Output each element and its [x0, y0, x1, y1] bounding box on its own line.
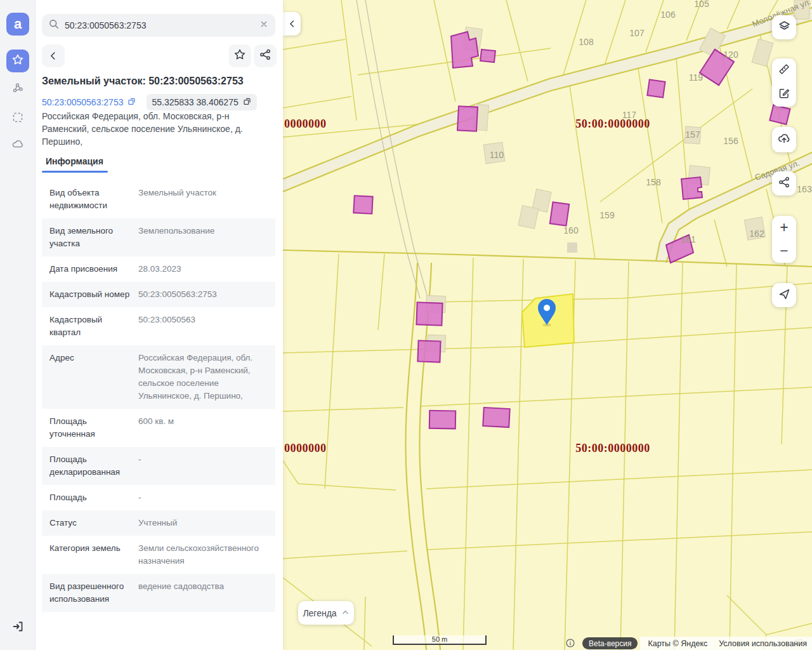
- parcel-number: 120: [723, 50, 738, 60]
- copy-icon[interactable]: [242, 96, 252, 108]
- coordinates-chip: 55.325833 38.406275: [147, 94, 256, 110]
- favorites-button[interactable]: [6, 50, 29, 72]
- yandex-copyright: Карты © Яндекс: [648, 639, 707, 648]
- app-logo[interactable]: a: [6, 13, 29, 36]
- parcel-number: 162: [749, 229, 764, 239]
- star-icon: [11, 53, 24, 69]
- search-bar: [42, 14, 275, 37]
- parcel-number: 110: [490, 150, 504, 160]
- parcel-number: 117: [622, 110, 636, 120]
- zoom-control: + −: [772, 216, 796, 263]
- table-row: СтатусУчтенный: [42, 510, 275, 536]
- details-table: Вид объекта недвижимостиЗемельный участо…: [42, 180, 275, 612]
- ruler-button[interactable]: [772, 58, 796, 83]
- object-chips: 50:23:0050563:2753 55.325833 38.406275: [42, 94, 257, 110]
- table-row: Дата присвоения28.03.2023: [42, 256, 275, 282]
- navigation-arrow-icon: [778, 288, 790, 303]
- cadastral-map-layer: [283, 0, 812, 650]
- favorite-object-button[interactable]: [228, 44, 251, 67]
- plus-icon: +: [780, 220, 788, 235]
- table-row: Вид объекта недвижимостиЗемельный участо…: [42, 180, 275, 218]
- left-rail: a: [0, 0, 36, 650]
- table-row: Вид земельного участкаЗемлепользование: [42, 218, 275, 256]
- copy-icon[interactable]: [127, 96, 136, 108]
- beta-badge: Beta-версия: [582, 637, 638, 649]
- map-scale-bar: 50 m: [393, 635, 487, 645]
- edit-icon: [778, 87, 790, 102]
- dashed-square-icon: [11, 110, 25, 127]
- tab-underline: [42, 171, 108, 173]
- parcel-number: 106: [660, 10, 675, 20]
- login-icon: [11, 620, 25, 636]
- table-row: Площадь декларированная-: [42, 447, 275, 485]
- layers-icon: [778, 20, 791, 36]
- table-row: Площадь уточненная600 кв. м: [42, 409, 275, 447]
- table-row: Кадастровый номер50:23:0050563:2753: [42, 282, 275, 307]
- area-select-button[interactable]: [6, 107, 29, 130]
- page-title: Земельный участок: 50:23:0050563:2753: [42, 76, 278, 87]
- quarter-code-label: 0000000: [284, 117, 327, 131]
- polygon-tool-button[interactable]: [6, 78, 29, 101]
- parcel-number: 157: [685, 129, 700, 140]
- object-address: Российская Федерация, обл. Московская, р…: [42, 110, 274, 148]
- quarter-code-label: 0000000: [284, 442, 327, 455]
- locate-button[interactable]: [772, 283, 796, 307]
- parcel-number: 159: [599, 210, 614, 220]
- parcel-number: 158: [646, 177, 660, 187]
- search-icon: [48, 18, 60, 32]
- edit-button[interactable]: [772, 83, 796, 107]
- share-map-button[interactable]: [772, 171, 796, 196]
- parcel-number: 119: [689, 72, 703, 83]
- collapse-panel-button[interactable]: [283, 12, 301, 36]
- parcel-number: 108: [579, 37, 593, 47]
- table-row: Кадастровый квартал50:23:0050563: [42, 307, 275, 345]
- clear-search-icon[interactable]: [259, 19, 269, 32]
- table-row: Вид разрешенного использованияведение са…: [42, 574, 275, 612]
- logo-letter: a: [14, 16, 22, 32]
- cloud-icon: [11, 137, 25, 154]
- info-icon[interactable]: [565, 638, 575, 650]
- back-button[interactable]: [42, 44, 65, 67]
- table-row: Категория земельЗемли сельскохозяйственн…: [42, 536, 275, 574]
- table-row: Площадь-: [42, 485, 275, 510]
- terms-link[interactable]: Условия использования: [719, 639, 807, 648]
- map-canvas[interactable]: 0000000 50:00:0000000 0000000 50:00:0000…: [283, 0, 812, 650]
- layers-cloud-button[interactable]: [6, 134, 29, 157]
- polygon-nodes-icon: [11, 81, 25, 98]
- object-info-panel: Земельный участок: 50:23:0050563:2753 50…: [36, 0, 283, 650]
- minus-icon: −: [780, 244, 788, 258]
- tab-information[interactable]: Информация: [46, 156, 103, 166]
- login-button[interactable]: [6, 616, 29, 639]
- share-object-button[interactable]: [254, 44, 277, 67]
- zoom-out-button[interactable]: −: [772, 239, 796, 263]
- search-input[interactable]: [65, 20, 254, 30]
- layers-button[interactable]: [772, 15, 796, 39]
- quarter-code-label: 50:00:0000000: [575, 442, 650, 455]
- parcel-number: 163: [797, 184, 811, 194]
- parcel-number: 160: [563, 225, 578, 235]
- chevron-up-icon: [341, 608, 350, 618]
- table-row: АдресРоссийская Федерация, обл. Московск…: [42, 345, 275, 409]
- star-icon: [233, 48, 246, 63]
- share-icon: [778, 176, 790, 191]
- parcel-number: 156: [723, 136, 738, 146]
- cadastral-number-link[interactable]: 50:23:0050563:2753: [42, 96, 136, 108]
- ruler-icon: [778, 63, 790, 78]
- map-attribution: Карты © Яндекс Условия использования: [640, 637, 812, 650]
- parcel-number: 161: [681, 234, 695, 244]
- upload-button[interactable]: [772, 127, 796, 152]
- quarter-code-label: 50:00:0000000: [575, 117, 650, 131]
- parcel-number: 105: [694, 0, 709, 9]
- zoom-in-button[interactable]: +: [772, 216, 796, 239]
- legend-button[interactable]: Легенда: [298, 601, 354, 625]
- measure-draw-group: [772, 58, 796, 107]
- share-icon: [259, 48, 272, 63]
- parcel-number: 107: [629, 28, 644, 38]
- cloud-upload-icon: [777, 131, 791, 148]
